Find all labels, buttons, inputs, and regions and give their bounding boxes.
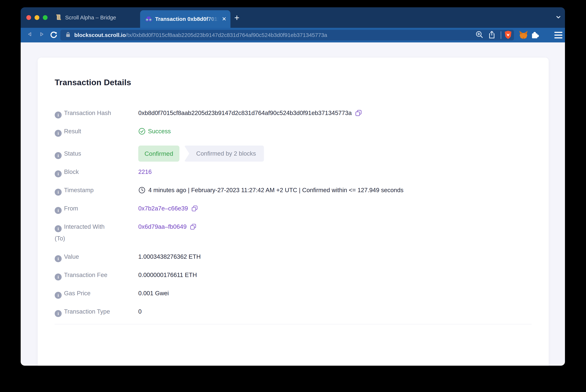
new-tab-button[interactable]: + xyxy=(234,7,239,28)
scroll-parchment-icon xyxy=(55,14,62,22)
minimize-window-button[interactable] xyxy=(35,15,39,20)
tab-title: Scroll Alpha – Bridge xyxy=(65,14,116,21)
tab-transaction[interactable]: Transaction 0xb8d0f7015cf8aab ✕ xyxy=(140,10,230,28)
close-window-button[interactable] xyxy=(26,15,31,20)
transaction-hash-value: 0xb8d0f7015cf8aab2205d23b9147d2c831d764a… xyxy=(138,107,352,119)
share-icon xyxy=(487,30,496,39)
info-icon[interactable]: i xyxy=(55,152,62,159)
window-controls xyxy=(26,7,48,28)
to-address-link[interactable]: 0x6d79aa–fb0649 xyxy=(138,221,187,232)
row-transaction-type: iTransaction Type 0 xyxy=(55,306,532,318)
row-label: Result xyxy=(64,128,81,134)
row-value: iValue 1.0003438276362 ETH xyxy=(55,251,532,262)
row-interacted-with: iInteracted With (To) 0x6d79aa–fb0649 xyxy=(55,221,532,244)
result-success: Success xyxy=(138,126,171,137)
metamask-fox-button[interactable] xyxy=(518,30,528,40)
status-confirmed-badge: Confirmed xyxy=(138,146,179,162)
from-address-link[interactable]: 0x7b2a7e–c66e39 xyxy=(138,202,188,214)
reload-icon xyxy=(49,36,58,40)
info-icon[interactable]: i xyxy=(55,255,62,262)
url-host: blockscout.scroll.io xyxy=(74,32,126,38)
reload-button[interactable] xyxy=(49,30,58,40)
block-link[interactable]: 2216 xyxy=(138,166,152,178)
timestamp-text: 4 minutes ago | February-27-2023 11:27:4… xyxy=(148,184,403,196)
row-label: Block xyxy=(64,168,79,175)
page-background: Transaction Details iTransaction Hash 0x… xyxy=(21,42,565,366)
brave-shield-button[interactable] xyxy=(503,30,513,40)
row-transaction-hash: iTransaction Hash 0xb8d0f7015cf8aab2205d… xyxy=(55,107,532,119)
extensions-puzzle-button[interactable] xyxy=(530,30,539,40)
copy-to-button[interactable] xyxy=(190,224,196,230)
copy-icon xyxy=(190,224,196,230)
brave-shield-icon xyxy=(503,30,513,40)
gas-price-text: 0.001 Gwei xyxy=(138,288,169,299)
close-tab-icon[interactable]: ✕ xyxy=(222,16,226,22)
info-icon[interactable]: i xyxy=(55,170,62,177)
type-text: 0 xyxy=(138,306,142,318)
row-label: Transaction Hash xyxy=(64,110,111,116)
back-button[interactable] xyxy=(26,31,34,39)
tab-bar: Scroll Alpha – Bridge Transaction 0xb8d0… xyxy=(21,7,565,28)
row-timestamp: iTimestamp 4 minutes ago | February-27-2… xyxy=(55,184,532,196)
zoom-window-button[interactable] xyxy=(43,15,48,20)
row-transaction-fee: iTransaction Fee 0.000000176611 ETH xyxy=(55,269,532,281)
url-path: /tx/0xb8d0f7015cf8aab2205d23b9147d2c831d… xyxy=(126,32,327,38)
row-block: iBlock 2216 xyxy=(55,166,532,178)
row-label: Interacted With (To) xyxy=(55,223,105,242)
info-icon[interactable]: i xyxy=(55,130,62,137)
tab-scroll-bridge[interactable]: Scroll Alpha – Bridge xyxy=(55,7,116,28)
menu-hamburger-icon xyxy=(554,32,562,38)
row-status: iStatus Confirmed Confirmed by 2 blocks xyxy=(55,146,532,162)
row-label: Transaction Type xyxy=(64,308,110,315)
row-label: From xyxy=(64,205,78,212)
forward-button[interactable] xyxy=(38,31,45,39)
url-text: blockscout.scroll.io/tx/0xb8d0f7015cf8aa… xyxy=(74,32,327,38)
tab-search-button[interactable] xyxy=(554,7,562,28)
screen: Scroll Alpha – Bridge Transaction 0xb8d0… xyxy=(0,0,586,392)
menu-button[interactable] xyxy=(554,32,562,38)
metamask-fox-icon xyxy=(518,30,528,40)
info-icon[interactable]: i xyxy=(55,207,62,214)
transaction-details-card: Transaction Details iTransaction Hash 0x… xyxy=(38,58,549,366)
toolbar: blockscout.scroll.io/tx/0xb8d0f7015cf8aa… xyxy=(21,28,565,42)
status-blocks-badge: Confirmed by 2 blocks xyxy=(184,146,264,162)
url-bar[interactable]: blockscout.scroll.io/tx/0xb8d0f7015cf8aa… xyxy=(60,30,514,40)
copy-icon xyxy=(191,205,198,212)
row-label: Gas Price xyxy=(64,290,91,296)
extensions-puzzle-icon xyxy=(530,30,539,39)
details-rows: iTransaction Hash 0xb8d0f7015cf8aab2205d… xyxy=(55,107,532,318)
info-icon[interactable]: i xyxy=(55,274,62,280)
zoom-in-button[interactable] xyxy=(475,30,484,40)
info-icon[interactable]: i xyxy=(55,112,62,118)
page-title: Transaction Details xyxy=(55,77,532,88)
row-result: iResult Success xyxy=(55,126,532,137)
padlock-icon xyxy=(65,32,71,39)
zoom-in-icon xyxy=(475,30,484,39)
row-gas-price: iGas Price 0.001 Gwei xyxy=(55,288,532,299)
row-from: iFrom 0x7b2a7e–c66e39 xyxy=(55,202,532,214)
toolbar-separator xyxy=(501,31,501,39)
result-text: Success xyxy=(148,126,171,137)
row-label: Status xyxy=(64,150,81,157)
copy-icon xyxy=(355,110,362,116)
copy-from-button[interactable] xyxy=(191,205,198,212)
browser-window: Scroll Alpha – Bridge Transaction 0xb8d0… xyxy=(21,7,565,366)
clock-icon xyxy=(138,186,146,194)
row-label: Timestamp xyxy=(64,187,94,194)
info-icon[interactable]: i xyxy=(55,310,62,317)
value-text: 1.0003438276362 ETH xyxy=(138,251,201,262)
copy-hash-button[interactable] xyxy=(355,110,362,116)
info-icon[interactable]: i xyxy=(55,292,62,299)
share-button[interactable] xyxy=(487,30,496,40)
check-circle-icon xyxy=(138,128,146,135)
forward-triangle-icon xyxy=(38,36,45,39)
blockscout-binoculars-icon xyxy=(145,15,153,23)
info-icon[interactable]: i xyxy=(55,189,62,196)
row-label: Value xyxy=(64,253,79,260)
section-divider xyxy=(55,324,532,324)
back-triangle-icon xyxy=(26,36,34,39)
chevron-down-icon xyxy=(554,13,562,22)
info-icon[interactable]: i xyxy=(55,225,62,232)
row-label: Transaction Fee xyxy=(64,272,107,278)
fee-text: 0.000000176611 ETH xyxy=(138,269,197,281)
